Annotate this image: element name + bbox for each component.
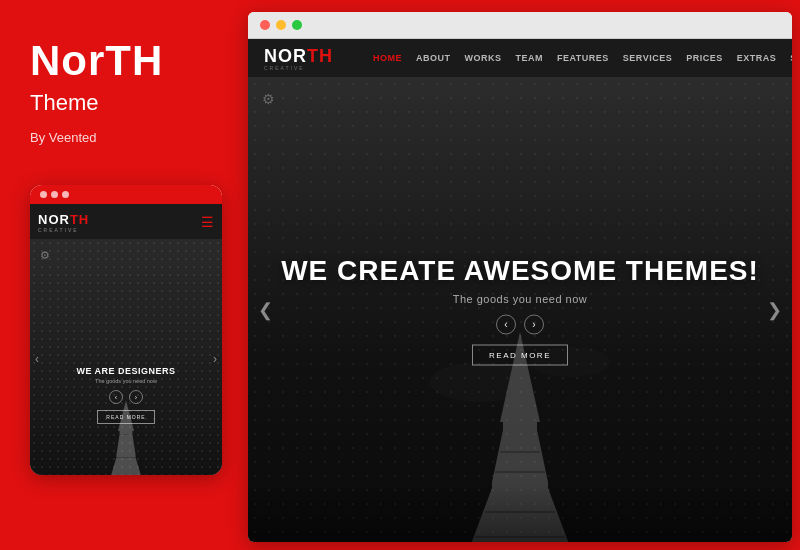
mobile-traffic-lights [30,185,222,204]
desktop-slide-next-btn[interactable]: › [524,314,544,334]
desktop-next-btn[interactable]: ❯ [767,299,782,321]
mobile-content: ⚙ ‹ › WE ARE DESIGNERS The goods you nee… [30,239,222,475]
svg-marker-9 [492,430,548,482]
nav-item-works[interactable]: WORKS [465,53,502,63]
desktop-hero-subtitle: The goods you need now [248,292,792,304]
desktop-title-bar [248,12,792,39]
mobile-logo-nor: NOR [38,212,70,227]
svg-marker-4 [110,457,142,475]
nav-item-team[interactable]: TEAM [516,53,544,63]
left-panel: NorTH Theme By Veented NORTH CREATIVE ☰ … [0,0,240,550]
desktop-hero-arrows: ‹ › [248,314,792,334]
mobile-slide-arrows: ‹ › [30,390,222,404]
nav-item-about[interactable]: ABOUT [416,53,451,63]
mobile-next-btn[interactable]: › [213,352,217,366]
svg-rect-1 [120,431,133,434]
mobile-slide-sub: The goods you need now [30,378,222,384]
theme-by: By Veented [30,130,97,145]
nav-item-extras[interactable]: EXTRAS [737,53,777,63]
mobile-slide-prev[interactable]: ‹ [109,390,123,404]
desktop-hero-bottom-fade [248,482,792,542]
mobile-slide-title: WE ARE DESIGNERS [30,366,222,376]
title-th: TH [105,37,163,84]
desktop-hero-content: WE CREATE AWESOME THEMES! The goods you … [248,254,792,365]
nav-item-home[interactable]: HOME [373,53,402,63]
mobile-tl-3 [62,191,69,198]
mobile-gear-icon: ⚙ [40,249,50,262]
hamburger-icon[interactable]: ☰ [201,214,214,230]
mobile-prev-btn[interactable]: ‹ [35,352,39,366]
nav-item-services[interactable]: SERVICES [623,53,672,63]
desktop-logo: NORTH CREATIVE [264,46,353,71]
mobile-mockup: NORTH CREATIVE ☰ ⚙ ‹ › WE [30,185,222,475]
desktop-logo-creative: CREATIVE [264,65,353,71]
desktop-nav-items: HOME ABOUT WORKS TEAM FEATURES SERVICES … [373,51,792,65]
desktop-hero-title: WE CREATE AWESOME THEMES! [248,254,792,286]
theme-subtitle: Theme [30,90,98,116]
desktop-read-more-btn[interactable]: READ MORE [472,344,568,365]
mobile-logo-th: TH [70,212,89,227]
desktop-prev-btn[interactable]: ❮ [258,299,273,321]
mobile-slide-content: WE ARE DESIGNERS The goods you need now … [30,366,222,424]
mobile-read-more-btn[interactable]: READ MORE [97,410,154,424]
mobile-logo-creative: CREATIVE [38,227,89,233]
desktop-mockup: NORTH CREATIVE HOME ABOUT WORKS TEAM FEA… [248,12,792,542]
svg-rect-3 [116,455,135,457]
desktop-logo-th: TH [307,46,333,66]
desktop-gear-icon: ⚙ [262,91,275,107]
desktop-tl-minimize[interactable] [276,20,286,30]
theme-title: NorTH [30,40,163,82]
svg-marker-2 [116,434,135,455]
title-nor: Nor [30,37,105,84]
desktop-nav: NORTH CREATIVE HOME ABOUT WORKS TEAM FEA… [248,39,792,77]
mobile-logo: NORTH CREATIVE [38,210,89,233]
desktop-tl-fullscreen[interactable] [292,20,302,30]
mobile-tl-2 [51,191,58,198]
desktop-slide-prev-btn[interactable]: ‹ [496,314,516,334]
mobile-tl-1 [40,191,47,198]
desktop-hero: ⚙ [248,77,792,542]
nav-item-prices[interactable]: PRICES [686,53,723,63]
desktop-logo-nor: NOR [264,46,307,66]
svg-rect-8 [503,422,537,430]
mobile-nav: NORTH CREATIVE ☰ [30,204,222,239]
mobile-slide-next[interactable]: › [129,390,143,404]
nav-item-shop[interactable]: SHOP [790,53,792,63]
nav-item-features[interactable]: FEATURES [557,53,609,63]
desktop-tl-close[interactable] [260,20,270,30]
